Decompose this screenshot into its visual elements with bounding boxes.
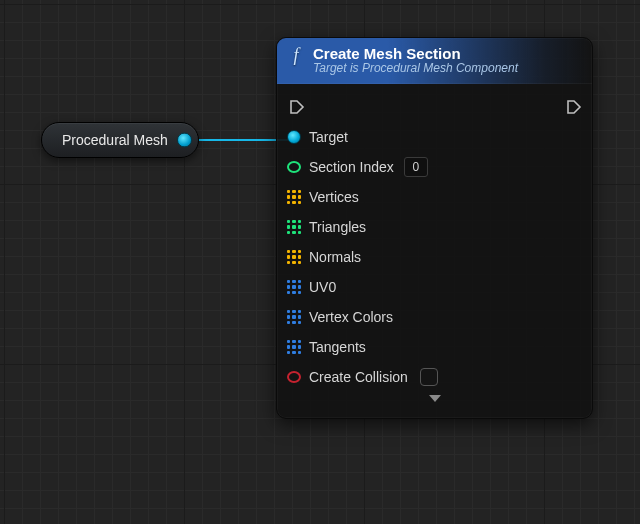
pin-row-vertex-colors: Vertex Colors <box>287 302 582 332</box>
node-header[interactable]: f Create Mesh Section Target is Procedur… <box>277 38 592 84</box>
pin-row-section-index: Section Index 0 <box>287 152 582 182</box>
node-create-mesh-section[interactable]: f Create Mesh Section Target is Procedur… <box>276 37 593 419</box>
node-title: Create Mesh Section <box>313 45 518 62</box>
node-subtitle: Target is Procedural Mesh Component <box>313 62 518 76</box>
tangents-pin[interactable] <box>287 340 301 354</box>
pin-row-normals: Normals <box>287 242 582 272</box>
normals-label: Normals <box>309 249 361 265</box>
section-index-input[interactable]: 0 <box>404 157 428 177</box>
vertices-label: Vertices <box>309 189 359 205</box>
pin-row-triangles: Triangles <box>287 212 582 242</box>
exec-in-pin[interactable] <box>289 99 303 113</box>
tangents-label: Tangents <box>309 339 366 355</box>
variable-output-pin[interactable] <box>177 133 192 148</box>
uv0-pin[interactable] <box>287 280 301 294</box>
exec-row <box>287 92 582 122</box>
expand-node-toggle[interactable] <box>287 392 582 414</box>
function-icon: f <box>287 46 305 64</box>
triangles-pin[interactable] <box>287 220 301 234</box>
pin-row-tangents: Tangents <box>287 332 582 362</box>
node-body: Target Section Index 0 Vertices Triangle… <box>277 84 592 418</box>
pin-row-vertices: Vertices <box>287 182 582 212</box>
create-collision-label: Create Collision <box>309 369 408 385</box>
target-label: Target <box>309 129 348 145</box>
create-collision-pin[interactable] <box>287 371 301 383</box>
normals-pin[interactable] <box>287 250 301 264</box>
node-variable-procedural-mesh[interactable]: Procedural Mesh <box>41 122 199 158</box>
target-pin[interactable] <box>287 130 301 144</box>
pin-row-uv0: UV0 <box>287 272 582 302</box>
exec-out-pin[interactable] <box>566 99 580 113</box>
section-index-pin[interactable] <box>287 161 301 173</box>
pin-row-target: Target <box>287 122 582 152</box>
uv0-label: UV0 <box>309 279 336 295</box>
pin-row-create-collision: Create Collision <box>287 362 582 392</box>
variable-label: Procedural Mesh <box>62 132 168 148</box>
triangles-label: Triangles <box>309 219 366 235</box>
vertices-pin[interactable] <box>287 190 301 204</box>
chevron-down-icon <box>428 394 442 404</box>
section-index-label: Section Index <box>309 159 394 175</box>
vertex-colors-label: Vertex Colors <box>309 309 393 325</box>
create-collision-checkbox[interactable] <box>420 368 438 386</box>
vertex-colors-pin[interactable] <box>287 310 301 324</box>
